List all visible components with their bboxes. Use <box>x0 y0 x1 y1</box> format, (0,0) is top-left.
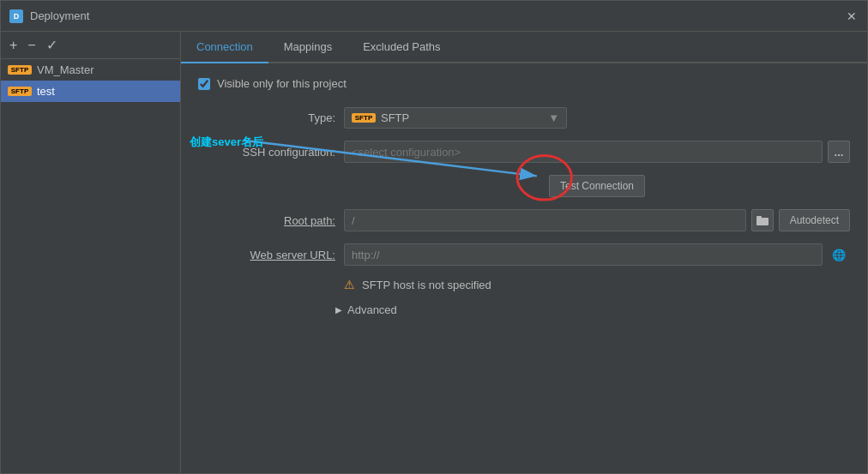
deployment-window: D Deployment ✕ + − ✓ SFTP VM_Master S <box>0 0 868 474</box>
chevron-down-icon: ▼ <box>548 111 559 124</box>
web-server-input[interactable] <box>344 243 823 266</box>
sftp-badge: SFTP <box>8 87 32 96</box>
ssh-browse-button[interactable]: ... <box>828 141 850 163</box>
sftp-badge: SFTP <box>8 65 32 75</box>
type-label: Type: <box>198 111 335 124</box>
visible-label: Visible only for this project <box>217 77 347 90</box>
warning-row: ⚠ SFTP host is not specified <box>198 278 850 291</box>
warning-text: SFTP host is not specified <box>362 279 491 291</box>
test-connection-button[interactable]: Test Connection <box>549 175 645 197</box>
title-bar: D Deployment ✕ <box>1 1 867 32</box>
type-row: Type: SFTP SFTP ▼ <box>198 107 850 129</box>
tab-excluded-paths[interactable]: Excluded Paths <box>347 32 455 63</box>
browse-folder-button[interactable] <box>751 209 774 231</box>
sidebar-item-label: test <box>37 85 55 98</box>
ssh-input[interactable] <box>344 141 823 163</box>
add-button[interactable]: + <box>6 36 21 55</box>
web-server-group: 🌐 <box>344 243 850 266</box>
sidebar-item-vm-master[interactable]: SFTP VM_Master <box>1 59 180 81</box>
root-path-input[interactable] <box>344 209 746 231</box>
svg-rect-3 <box>756 216 762 219</box>
web-server-label: Web server URL: <box>198 249 335 261</box>
web-icon: 🌐 <box>828 243 850 266</box>
sidebar-toolbar: + − ✓ <box>1 32 180 59</box>
main-panel: Connection Mappings Excluded Paths Visib… <box>181 32 867 473</box>
svg-text:D: D <box>14 12 20 21</box>
form-content: Visible only for this project Type: SFTP… <box>181 63 867 473</box>
tab-mappings[interactable]: Mappings <box>268 32 347 63</box>
window-title: Deployment <box>30 9 845 22</box>
remove-button[interactable]: − <box>24 36 39 55</box>
autodetect-button[interactable]: Autodetect <box>779 209 850 231</box>
tabs: Connection Mappings Excluded Paths <box>181 32 867 63</box>
warning-icon: ⚠ <box>344 278 355 291</box>
advanced-label: Advanced <box>347 303 397 316</box>
ssh-control-group: ... <box>344 141 850 163</box>
ssh-label: SSH configuration: <box>198 146 335 159</box>
tab-connection[interactable]: Connection <box>181 32 268 63</box>
app-icon: D <box>9 9 23 23</box>
sftp-icon: SFTP <box>352 113 376 123</box>
sidebar-item-label: VM_Master <box>37 63 93 76</box>
type-select[interactable]: SFTP SFTP ▼ <box>344 107 567 129</box>
visible-checkbox-row: Visible only for this project <box>198 77 850 90</box>
ssh-row: SSH configuration: ... <box>198 141 850 163</box>
root-path-group: Autodetect <box>344 209 850 231</box>
advanced-row[interactable]: ▶ Advanced <box>198 303 850 316</box>
window-controls: ✕ <box>845 9 859 23</box>
confirm-button[interactable]: ✓ <box>43 35 61 55</box>
svg-rect-2 <box>756 218 769 225</box>
chevron-right-icon: ▶ <box>335 305 342 315</box>
test-connection-row: Test Connection <box>344 175 850 197</box>
sidebar: + − ✓ SFTP VM_Master SFTP test <box>1 32 181 473</box>
web-server-row: Web server URL: 🌐 <box>198 243 850 266</box>
root-path-row: Root path: Autodetect <box>198 209 850 231</box>
visible-checkbox[interactable] <box>198 78 210 90</box>
root-path-label: Root path: <box>198 214 335 227</box>
sidebar-item-test[interactable]: SFTP test <box>1 81 180 102</box>
close-button[interactable]: ✕ <box>845 9 859 23</box>
type-value: SFTP <box>381 111 409 124</box>
